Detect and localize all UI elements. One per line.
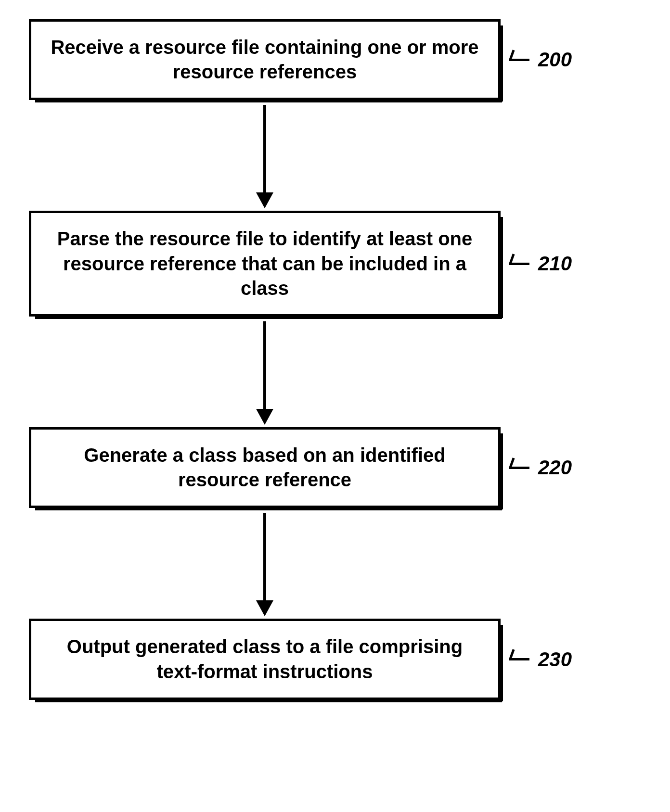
reference-number: 200: [538, 48, 572, 71]
leader-line: [509, 59, 529, 61]
svg-marker-1: [256, 192, 273, 208]
reference-label-wrap: 210: [509, 252, 572, 275]
arrow-down-icon: [250, 508, 279, 619]
flow-step: Generate a class based on an identified …: [29, 427, 645, 508]
svg-marker-3: [256, 409, 273, 425]
leader-line: [509, 658, 529, 660]
reference-label-wrap: 200: [509, 48, 572, 71]
flowchart: Receive a resource file containing one o…: [29, 19, 645, 700]
arrow-down-icon: [250, 317, 279, 427]
flow-step: Receive a resource file containing one o…: [29, 19, 645, 100]
reference-number: 210: [538, 252, 572, 275]
reference-number: 220: [538, 456, 572, 479]
flow-step: Output generated class to a file compris…: [29, 619, 645, 699]
reference-label-wrap: 230: [509, 648, 572, 671]
reference-number: 230: [538, 648, 572, 671]
process-box: Receive a resource file containing one o…: [29, 19, 501, 100]
box-text: Receive a resource file containing one o…: [46, 35, 484, 84]
leader-line: [509, 263, 529, 265]
process-box: Output generated class to a file compris…: [29, 619, 501, 699]
arrow-container: [29, 508, 501, 619]
flow-step: Parse the resource file to identify at l…: [29, 211, 645, 317]
process-box: Parse the resource file to identify at l…: [29, 211, 501, 317]
leader-line: [509, 467, 529, 469]
svg-marker-5: [256, 600, 273, 616]
box-text: Parse the resource file to identify at l…: [46, 227, 484, 301]
box-text: Generate a class based on an identified …: [46, 443, 484, 492]
arrow-down-icon: [250, 100, 279, 211]
arrow-container: [29, 317, 501, 427]
box-text: Output generated class to a file compris…: [46, 634, 484, 684]
arrow-container: [29, 100, 501, 211]
process-box: Generate a class based on an identified …: [29, 427, 501, 508]
reference-label-wrap: 220: [509, 456, 572, 479]
